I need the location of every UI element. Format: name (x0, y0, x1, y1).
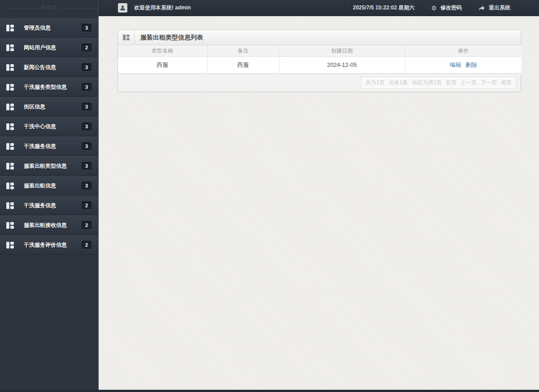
pagination-current-page: 当前为第1页 (412, 79, 442, 87)
pagination-first-page[interactable]: 首页 (446, 79, 456, 87)
sidebar-item-label: 干洗服务信息 (24, 202, 82, 209)
sidebar-item-label: 管理员信息 (24, 24, 82, 32)
sidebar-item-block-info[interactable]: 街区信息 3 (0, 97, 98, 117)
grid-icon (6, 163, 14, 170)
sidebar-item-label: 服装出租接收信息 (24, 222, 82, 229)
cell-created-date: 2024-12-05 (279, 57, 405, 73)
panel-title: 服装出租类型信息列表 (135, 30, 203, 45)
grid-icon (6, 123, 14, 130)
count-badge: 2 (82, 241, 91, 249)
app-window: 管理员信息 3 网站用户信息 2 新闻公告信息 3 干洗服务类型信息 3 街区信… (0, 0, 539, 392)
change-password-label: 修改密码 (440, 4, 462, 12)
count-badge: 2 (82, 221, 91, 229)
count-badge: 3 (82, 142, 91, 150)
welcome-area: 欢迎使用本系统! admin (99, 0, 344, 16)
sidebar-item-dryclean-service-review-info[interactable]: 干洗服务评价信息 2 (0, 235, 98, 255)
pagination-total-records: 共有1条 (389, 79, 408, 87)
sidebar-item-news-notice-info[interactable]: 新闻公告信息 3 (0, 57, 98, 77)
cell-actions: 编辑 删除 (405, 57, 522, 73)
grid-icon (6, 25, 14, 31)
user-avatar-icon (118, 3, 127, 13)
sidebar-item-clothing-rental-receive-info[interactable]: 服装出租接收信息 2 (0, 215, 98, 235)
sidebar-toggle-dots-icon (39, 5, 59, 9)
count-badge: 3 (82, 162, 91, 170)
list-panel: 服装出租类型信息列表 类型名称 备注 创建日期 操作 西服 西服 (117, 30, 521, 92)
sidebar-item-label: 服装出租类型信息 (24, 162, 82, 170)
sidebar-item-admin-info[interactable]: 管理员信息 3 (0, 18, 98, 38)
count-badge: 3 (82, 63, 91, 71)
sidebar-item-clothing-rental-type-info[interactable]: 服装出租类型信息 3 (0, 156, 98, 176)
column-header-actions: 操作 (405, 45, 522, 57)
grid-icon (6, 143, 14, 150)
bottom-strip (0, 390, 539, 392)
sidebar-item-label: 街区信息 (24, 103, 82, 111)
sidebar-item-label: 网站用户信息 (24, 44, 82, 52)
sidebar-collapse-header[interactable] (0, 0, 98, 18)
grid-icon (6, 44, 14, 51)
pagination: 共为1页 共有1条 当前为第1页 首页 上一页 下一页 尾页 (361, 77, 516, 89)
top-header: 欢迎使用本系统! admin 2025/7/5 15:22:02 星期六 ⚙ 修… (99, 0, 539, 16)
grid-icon (6, 183, 14, 189)
gear-icon: ⚙ (431, 5, 437, 11)
sidebar-item-label: 干洗服务信息 (24, 143, 82, 150)
sidebar: 管理员信息 3 网站用户信息 2 新闻公告信息 3 干洗服务类型信息 3 街区信… (0, 0, 99, 392)
count-badge: 2 (82, 201, 91, 209)
pagination-prev-page[interactable]: 上一页 (461, 79, 477, 87)
pagination-last-page[interactable]: 尾页 (501, 79, 512, 87)
pagination-total-pages: 共为1页 (365, 79, 385, 87)
cell-remark: 西服 (207, 57, 279, 73)
count-badge: 3 (82, 122, 91, 131)
sidebar-item-dryclean-center-info[interactable]: 干洗中心信息 3 (0, 117, 98, 136)
datetime-text: 2025/7/5 15:22:02 星期六 (353, 4, 414, 12)
main-content: 服装出租类型信息列表 类型名称 备注 创建日期 操作 西服 西服 (100, 16, 539, 390)
panel-header: 服装出租类型信息列表 (118, 30, 521, 45)
sidebar-item-label: 干洗服务评价信息 (24, 241, 82, 249)
table-row: 西服 西服 2024-12-05 编辑 删除 (118, 57, 522, 73)
sidebar-item-label: 新闻公告信息 (24, 64, 82, 71)
edit-link[interactable]: 编辑 (449, 61, 461, 68)
grid-icon (6, 202, 14, 209)
sidebar-item-clothing-rental-info[interactable]: 服装出租信息 3 (0, 176, 98, 196)
datetime-display: 2025/7/5 15:22:02 星期六 (344, 0, 422, 16)
pagination-next-page[interactable]: 下一页 (481, 79, 497, 87)
forward-arrow-icon (478, 5, 485, 11)
table-header-row: 类型名称 备注 创建日期 操作 (118, 45, 522, 57)
logout-button[interactable]: 退出系统 (470, 0, 518, 16)
sidebar-item-dryclean-service-order-info[interactable]: 干洗服务信息 2 (0, 196, 98, 215)
panel-footer: 共为1页 共有1条 当前为第1页 首页 上一页 下一页 尾页 (118, 74, 521, 91)
count-badge: 3 (82, 182, 91, 190)
change-password-button[interactable]: ⚙ 修改密码 (422, 0, 470, 16)
column-header-created-date: 创建日期 (279, 45, 405, 57)
grid-icon (6, 242, 14, 248)
grid-icon (6, 104, 14, 110)
welcome-text: 欢迎使用本系统! admin (134, 4, 191, 12)
sidebar-item-dryclean-service-type-info[interactable]: 干洗服务类型信息 3 (0, 77, 98, 97)
column-header-type-name: 类型名称 (118, 45, 207, 57)
count-badge: 2 (82, 44, 91, 52)
logout-label: 退出系统 (489, 4, 510, 12)
sidebar-item-label: 干洗服务类型信息 (24, 83, 82, 91)
sidebar-item-site-user-info[interactable]: 网站用户信息 2 (0, 38, 98, 57)
count-badge: 3 (82, 103, 91, 111)
cell-type-name: 西服 (118, 57, 207, 73)
delete-link[interactable]: 删除 (465, 61, 477, 68)
sidebar-item-dryclean-service-info[interactable]: 干洗服务信息 3 (0, 136, 98, 156)
count-badge: 3 (82, 83, 91, 91)
grid-icon (6, 84, 14, 91)
grid-icon (6, 64, 14, 71)
grid-icon (118, 30, 135, 45)
header-spacer (518, 0, 539, 16)
sidebar-item-label: 干洗中心信息 (24, 123, 82, 131)
data-table: 类型名称 备注 创建日期 操作 西服 西服 2024-12-05 编辑 删除 (118, 45, 522, 74)
sidebar-item-label: 服装出租信息 (24, 182, 82, 190)
count-badge: 3 (82, 24, 91, 32)
grid-icon (6, 222, 14, 229)
column-header-remark: 备注 (207, 45, 279, 57)
